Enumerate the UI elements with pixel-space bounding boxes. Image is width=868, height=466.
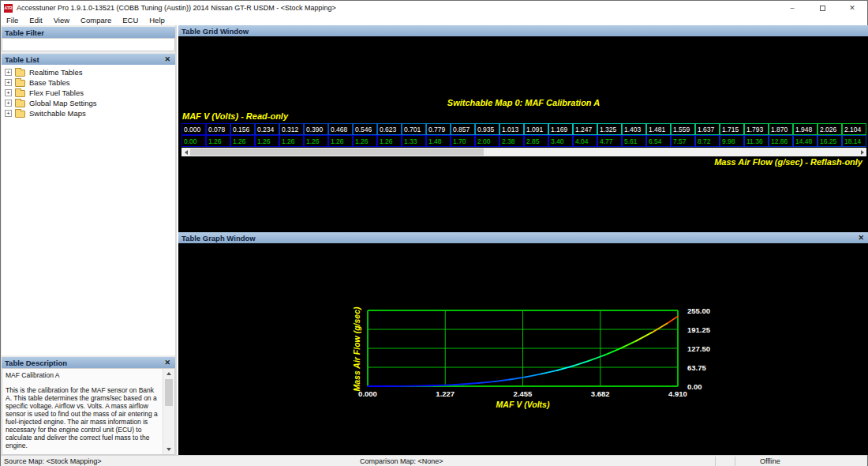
- grid-axis-cell[interactable]: 1.247: [573, 123, 597, 135]
- minimize-button[interactable]: –: [777, 1, 807, 15]
- tree-item-switchable-maps[interactable]: +Switchable Maps: [2, 108, 175, 118]
- grid-axis-cell[interactable]: 1.481: [646, 123, 671, 135]
- grid-data-cell[interactable]: 18.14: [842, 135, 866, 147]
- grid-data-cell[interactable]: 4.77: [597, 135, 622, 147]
- grid-axis-cell[interactable]: 1.637: [695, 123, 720, 135]
- grid-data-cell[interactable]: 1.26: [304, 135, 328, 147]
- menu-compare[interactable]: Compare: [75, 16, 117, 24]
- grid-axis-cell[interactable]: 1.948: [793, 123, 817, 135]
- grid-axis-cell[interactable]: 0.390: [304, 123, 328, 135]
- grid-data-cell[interactable]: 1.26: [328, 135, 353, 147]
- expand-icon[interactable]: +: [5, 89, 12, 96]
- status-separator: [735, 457, 735, 466]
- connection-status: Offline: [760, 457, 780, 465]
- description-scrollbar-thumb[interactable]: [165, 379, 173, 406]
- grid-scrollbar-thumb[interactable]: [190, 148, 484, 156]
- expand-icon[interactable]: +: [5, 69, 12, 76]
- grid-axis-cell[interactable]: 0.623: [377, 123, 402, 135]
- grid-data-cell[interactable]: 3.40: [548, 135, 573, 147]
- grid-axis-cell[interactable]: 0.234: [255, 123, 279, 135]
- tree-item-flex-fuel-tables[interactable]: +Flex Fuel Tables: [2, 88, 175, 98]
- menu-file[interactable]: File: [1, 16, 24, 24]
- expand-icon[interactable]: +: [5, 110, 12, 117]
- grid-axis-cell[interactable]: 1.013: [499, 123, 524, 135]
- grid-data-cell[interactable]: 8.72: [695, 135, 720, 147]
- grid-axis-cell[interactable]: 1.715: [720, 123, 744, 135]
- grid-data-cell[interactable]: 1.26: [377, 135, 402, 147]
- grid-data-cell[interactable]: 1.70: [451, 135, 475, 147]
- switchable-map-title: Switchable Map 0: MAF Calibration A: [178, 98, 868, 107]
- grid-axis-cell[interactable]: 0.000: [181, 123, 206, 135]
- grid-data-cell[interactable]: 6.54: [646, 135, 671, 147]
- grid-data-cell[interactable]: 12.86: [769, 135, 793, 147]
- grid-data-cell[interactable]: 1.26: [255, 135, 279, 147]
- grid-axis-cell[interactable]: 1.403: [622, 123, 646, 135]
- grid-axis-cell[interactable]: 1.870: [769, 123, 793, 135]
- grid-axis-cell[interactable]: 1.559: [671, 123, 695, 135]
- grid-axis-cell[interactable]: 1.091: [524, 123, 548, 135]
- grid-axis-cell[interactable]: 0.312: [279, 123, 304, 135]
- grid-axis-cell[interactable]: 2.104: [842, 123, 866, 135]
- grid-data-cell[interactable]: 2.00: [475, 135, 499, 147]
- grid-data-cell[interactable]: 14.48: [793, 135, 817, 147]
- folder-icon: [15, 80, 25, 87]
- grid-data-cell[interactable]: 9.98: [720, 135, 744, 147]
- grid-axis-cell[interactable]: 1.325: [597, 123, 622, 135]
- graph-x-tick: 1.227: [421, 389, 469, 398]
- table-list-title: Table List: [5, 55, 39, 64]
- grid-axis-cell[interactable]: 0.546: [353, 123, 377, 135]
- grid-data-cell[interactable]: 0.00: [181, 135, 206, 147]
- grid-data-cell[interactable]: 5.61: [622, 135, 646, 147]
- grid-axis-cell[interactable]: 0.779: [426, 123, 451, 135]
- menu-ecu[interactable]: ECU: [117, 16, 144, 24]
- menu-edit[interactable]: Edit: [24, 16, 47, 24]
- description-scrollbar[interactable]: [163, 369, 174, 454]
- grid-data-cell[interactable]: 1.33: [402, 135, 426, 147]
- grid-data-cell[interactable]: 11.36: [744, 135, 769, 147]
- maximize-button[interactable]: [807, 1, 837, 15]
- grid-data-cell[interactable]: 2.85: [524, 135, 548, 147]
- grid-axis-cell[interactable]: 0.468: [328, 123, 353, 135]
- table-filter-input[interactable]: [2, 38, 175, 51]
- grid-axis-cell[interactable]: 1.793: [744, 123, 769, 135]
- scroll-left-icon[interactable]: [181, 148, 190, 156]
- grid-axis-cell[interactable]: 0.935: [475, 123, 499, 135]
- menu-view[interactable]: View: [48, 16, 75, 24]
- tree-item-global-map-settings[interactable]: +Global Map Settings: [2, 98, 175, 108]
- menu-bar: FileEditViewCompareECUHelp: [1, 15, 867, 25]
- table-graph-close-icon[interactable]: ✕: [858, 233, 864, 242]
- grid-horizontal-scrollbar[interactable]: [181, 148, 866, 156]
- status-separator: [715, 457, 716, 466]
- grid-data-cell[interactable]: 4.04: [573, 135, 597, 147]
- tree-item-base-tables[interactable]: +Base Tables: [2, 77, 175, 88]
- grid-data-cell[interactable]: 1.26: [353, 135, 377, 147]
- grid-data-cell[interactable]: 1.26: [230, 135, 255, 147]
- menu-help[interactable]: Help: [144, 16, 170, 24]
- grid-data-cell[interactable]: 16.25: [817, 135, 842, 147]
- tree-item-label: Base Tables: [29, 78, 70, 87]
- grid-data-cell[interactable]: 7.57: [671, 135, 695, 147]
- grid-axis-cell[interactable]: 0.701: [402, 123, 426, 135]
- grid-axis-cell[interactable]: 0.857: [451, 123, 475, 135]
- scroll-up-icon[interactable]: [163, 369, 174, 378]
- table-list-close-icon[interactable]: ✕: [164, 54, 170, 64]
- grid-axis-cell[interactable]: 2.026: [817, 123, 842, 135]
- expand-icon[interactable]: +: [5, 79, 12, 86]
- grid-data-cell[interactable]: 1.26: [206, 135, 230, 147]
- grid-data-cell[interactable]: 1.26: [279, 135, 304, 147]
- close-button[interactable]: ✕: [837, 1, 867, 15]
- tree-item-realtime-tables[interactable]: +Realtime Tables: [2, 67, 175, 77]
- grid-axis-cell[interactable]: 1.169: [548, 123, 573, 135]
- graph-x-tick: 0.000: [344, 389, 391, 398]
- table-description-close-icon[interactable]: ✕: [164, 358, 170, 367]
- grid-data-cell[interactable]: 2.38: [499, 135, 524, 147]
- scroll-right-icon[interactable]: [858, 148, 866, 156]
- window-title: Accesstuner Pro 1.9.1.0-13521 (COBB Tuni…: [17, 4, 777, 12]
- grid-axis-cell[interactable]: 0.078: [206, 123, 230, 135]
- grid-data-cell[interactable]: 1.48: [426, 135, 451, 147]
- scroll-down-icon[interactable]: [163, 445, 174, 454]
- table-grid-window-header: Table Grid Window: [178, 25, 868, 36]
- folder-icon: [15, 100, 25, 107]
- grid-axis-cell[interactable]: 0.156: [230, 123, 255, 135]
- expand-icon[interactable]: +: [5, 100, 12, 107]
